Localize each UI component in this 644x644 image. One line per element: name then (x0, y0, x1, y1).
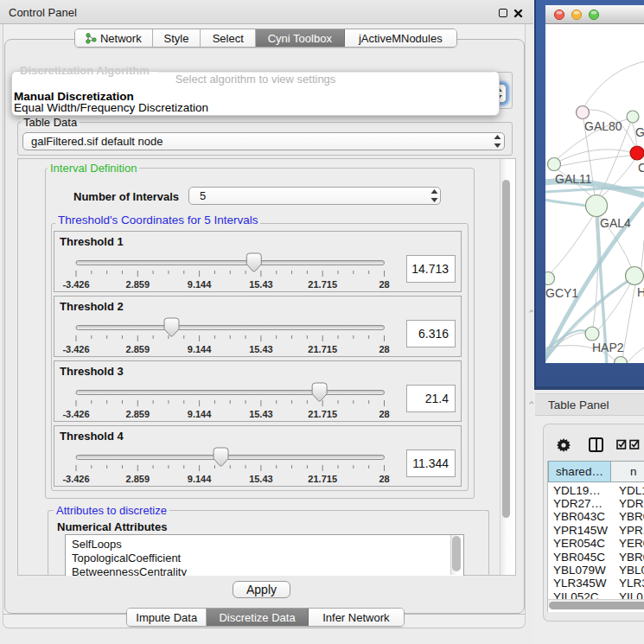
svg-text:9.144: 9.144 (188, 279, 212, 290)
svg-text:-3.426: -3.426 (62, 474, 89, 484)
svg-text:28: 28 (379, 474, 389, 484)
svg-text:28: 28 (379, 279, 389, 290)
svg-text:2.859: 2.859 (126, 344, 150, 354)
svg-text:15.43: 15.43 (249, 344, 273, 354)
svg-text:C: C (638, 161, 644, 175)
svg-text:-3.426: -3.426 (62, 409, 89, 419)
svg-text:28: 28 (379, 409, 389, 419)
svg-text:9.144: 9.144 (188, 409, 212, 419)
svg-text:HAP2: HAP2 (592, 341, 624, 354)
svg-text:GAL80: GAL80 (584, 119, 622, 133)
svg-text:15.43: 15.43 (249, 409, 273, 419)
svg-text:2.859: 2.859 (126, 474, 150, 484)
svg-text:21.715: 21.715 (308, 409, 337, 419)
svg-text:GAL11: GAL11 (555, 172, 592, 186)
svg-text:GA: GA (635, 125, 644, 139)
svg-text:2.859: 2.859 (126, 279, 150, 290)
svg-text:GCY1: GCY1 (545, 286, 578, 300)
svg-text:H: H (637, 285, 644, 299)
svg-text:21.715: 21.715 (308, 279, 337, 290)
svg-text:9.144: 9.144 (188, 344, 212, 354)
svg-text:15.43: 15.43 (249, 474, 273, 484)
svg-text:28: 28 (379, 344, 389, 354)
svg-text:2.859: 2.859 (126, 409, 150, 419)
svg-text:15.43: 15.43 (249, 279, 273, 290)
svg-text:9.144: 9.144 (188, 474, 212, 484)
svg-text:-3.426: -3.426 (62, 344, 89, 354)
svg-text:GAL4: GAL4 (600, 216, 631, 230)
svg-text:21.715: 21.715 (308, 344, 337, 354)
svg-text:-3.426: -3.426 (62, 279, 89, 290)
svg-text:21.715: 21.715 (308, 474, 337, 484)
